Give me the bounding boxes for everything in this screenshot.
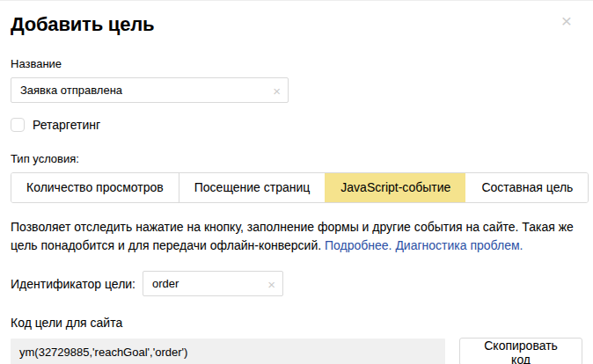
add-goal-dialog: Добавить цель × Название × Ретаргетинг Т…: [0, 1, 593, 364]
description-text: Позволяет отследить нажатие на кнопку, з…: [11, 218, 582, 255]
retargeting-row: Ретаргетинг: [11, 118, 582, 132]
goal-code-row: ym(32729885,'reachGoal','order') Скопиро…: [11, 338, 582, 364]
condition-type-label: Тип условия:: [11, 152, 582, 165]
condition-type-tabs: Количество просмотров Посещение страниц …: [11, 172, 589, 203]
goal-id-label: Идентификатор цели:: [11, 277, 135, 291]
name-input-wrap: ×: [11, 77, 289, 103]
tab-views-count[interactable]: Количество просмотров: [11, 173, 179, 202]
more-link[interactable]: Подробнее.: [325, 238, 392, 252]
retargeting-checkbox[interactable]: [11, 118, 25, 132]
name-label: Название: [11, 57, 582, 70]
goal-id-row: Идентификатор цели: ×: [11, 271, 582, 296]
diagnostics-link[interactable]: Диагностика проблем.: [395, 238, 523, 252]
goal-id-input-wrap: ×: [143, 271, 283, 296]
goal-code-value: ym(32729885,'reachGoal','order'): [11, 339, 445, 364]
goal-id-input[interactable]: [143, 271, 283, 296]
tab-javascript-event[interactable]: JavaScript-событие: [325, 173, 465, 202]
copy-code-button[interactable]: Скопировать код: [459, 338, 582, 364]
goal-name-input[interactable]: [11, 77, 289, 103]
tab-page-visits[interactable]: Посещение страниц: [179, 173, 326, 202]
goal-code-label: Код цели для сайта: [11, 316, 582, 330]
clear-goal-id-icon[interactable]: ×: [267, 277, 275, 290]
retargeting-label: Ретаргетинг: [33, 118, 100, 132]
close-icon[interactable]: ×: [561, 11, 572, 30]
clear-name-icon[interactable]: ×: [273, 84, 281, 97]
dialog-title: Добавить цель: [11, 11, 582, 36]
tab-composite-goal[interactable]: Составная цель: [465, 173, 588, 202]
